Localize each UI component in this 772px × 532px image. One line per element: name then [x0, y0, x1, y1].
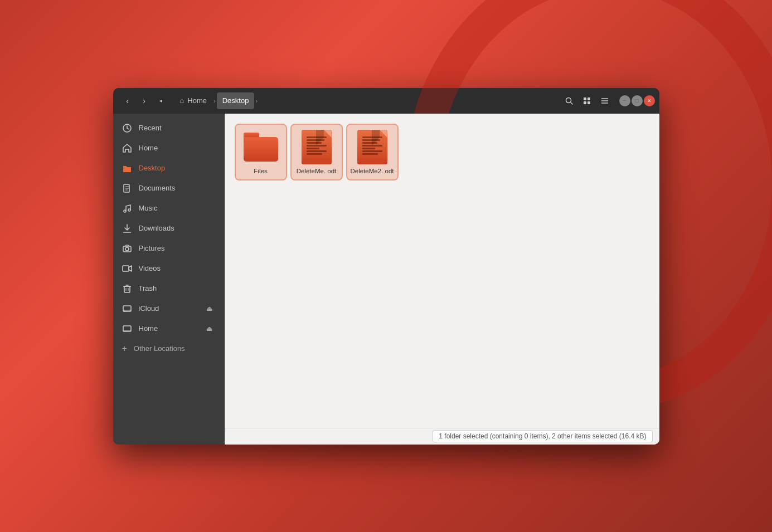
file-item-deleteme1[interactable]: DeleteMe. odt	[292, 125, 342, 180]
menu-button[interactable]	[597, 93, 613, 109]
sidebar-add-location[interactable]: + Other Locations	[113, 339, 224, 359]
add-icon: +	[122, 344, 127, 354]
breadcrumb-current[interactable]: Desktop	[217, 92, 255, 109]
maximize-button[interactable]: □	[632, 95, 643, 106]
sidebar-item-recent-label: Recent	[139, 124, 162, 132]
sidebar-item-videos[interactable]: Videos	[113, 258, 224, 279]
sidebar-item-pictures-label: Pictures	[139, 244, 165, 252]
odt-line	[362, 145, 382, 147]
breadcrumb-home[interactable]: ⌂ Home	[174, 92, 213, 109]
sidebar-item-music[interactable]: Music	[113, 198, 224, 218]
search-button[interactable]	[561, 93, 577, 109]
odt-line	[362, 139, 380, 141]
odt-line	[307, 136, 327, 138]
svg-point-16	[124, 210, 126, 212]
main-content: Files	[225, 114, 659, 445]
odt-line	[307, 150, 327, 152]
folder-shape	[244, 133, 278, 162]
breadcrumb-current-label: Desktop	[222, 96, 249, 105]
sidebar-item-downloads[interactable]: Downloads	[113, 218, 224, 238]
odt-line	[362, 142, 377, 144]
titlebar: ‹ › ◂ ⌂ Home › Desktop ›	[113, 88, 659, 114]
svg-line-11	[127, 128, 129, 129]
forward-button[interactable]: ›	[137, 93, 152, 109]
svg-point-33	[126, 331, 127, 332]
file-manager-window: ‹ › ◂ ⌂ Home › Desktop ›	[113, 88, 659, 445]
view-options-icon	[583, 97, 591, 105]
odt-line	[362, 150, 382, 152]
svg-point-28	[124, 311, 125, 312]
sidebar-item-music-label: Music	[139, 204, 158, 212]
odt-lines-2	[361, 134, 384, 160]
odt-line	[362, 148, 375, 149]
breadcrumb: ⌂ Home › Desktop ›	[174, 92, 259, 109]
drive2-icon	[122, 324, 132, 334]
titlebar-actions	[561, 93, 613, 109]
folder-icon-files	[243, 129, 279, 165]
svg-rect-4	[584, 101, 586, 104]
camera-icon	[122, 243, 132, 253]
svg-point-32	[124, 331, 125, 332]
view-options-button[interactable]	[579, 93, 595, 109]
sidebar-item-icloud-label: iCloud	[139, 304, 159, 313]
minimize-button[interactable]: −	[619, 95, 630, 106]
svg-rect-5	[588, 101, 590, 104]
window-controls: − □ ✕	[619, 95, 655, 106]
statusbar: 1 folder selected (containing 0 items), …	[225, 428, 659, 445]
svg-line-1	[570, 102, 572, 104]
drive-icon	[122, 304, 132, 314]
odt-icon-deleteme2	[355, 129, 390, 165]
odt-line	[307, 145, 327, 147]
back-button[interactable]: ‹	[120, 93, 135, 109]
odt-shape-2	[357, 130, 387, 164]
odt-line	[307, 142, 322, 144]
home-icon: ⌂	[180, 96, 184, 105]
close-button[interactable]: ✕	[644, 95, 655, 106]
sidebar-item-desktop[interactable]: Desktop	[113, 158, 224, 178]
nav-buttons: ‹ › ◂	[120, 93, 169, 109]
sidebar-item-desktop-label: Desktop	[139, 164, 166, 172]
sidebar-item-home-drive[interactable]: Home ⏏	[113, 319, 224, 339]
hamburger-icon	[601, 97, 609, 105]
odt-shape-1	[302, 130, 332, 164]
sidebar-item-documents-label: Documents	[139, 184, 176, 192]
file-label-deleteme1: DeleteMe. odt	[297, 167, 337, 175]
odt-icon-deleteme1	[299, 129, 334, 165]
file-label-files: Files	[254, 167, 267, 175]
trash-icon	[122, 284, 132, 294]
up-button[interactable]: ◂	[153, 93, 169, 109]
file-label-deleteme2: DeleteMe2. odt	[351, 167, 394, 175]
sidebar-item-recent[interactable]: Recent	[113, 118, 224, 138]
odt-line	[307, 148, 319, 149]
home-icon	[122, 143, 132, 153]
sidebar-item-home-drive-label: Home	[139, 324, 158, 333]
download-icon	[122, 223, 132, 233]
odt-line	[362, 136, 382, 138]
home-drive-eject-button[interactable]: ⏏	[204, 323, 215, 334]
close-icon: ✕	[647, 98, 652, 104]
sidebar-item-home-label: Home	[139, 144, 158, 152]
folder-body	[244, 137, 278, 162]
svg-rect-22	[124, 286, 130, 292]
document-icon	[122, 183, 132, 193]
svg-rect-21	[123, 266, 129, 271]
odt-line	[307, 139, 324, 141]
file-item-files-folder[interactable]: Files	[236, 125, 286, 180]
minimize-icon: −	[623, 97, 627, 104]
content-area: Recent Home Desktop	[113, 114, 659, 445]
sidebar-item-trash[interactable]: Trash	[113, 279, 224, 299]
sidebar-item-documents[interactable]: Documents	[113, 178, 224, 198]
clock-icon	[122, 123, 132, 133]
odt-lines-1	[305, 134, 328, 160]
sidebar-item-home[interactable]: Home	[113, 138, 224, 158]
sidebar-item-icloud[interactable]: iCloud ⏏	[113, 299, 224, 319]
status-text: 1 folder selected (containing 0 items), …	[433, 430, 652, 442]
file-item-deleteme2[interactable]: DeleteMe2. odt	[347, 125, 397, 180]
breadcrumb-separator: ›	[213, 97, 216, 104]
odt-line	[307, 153, 323, 155]
breadcrumb-home-label: Home	[187, 96, 207, 105]
sidebar-item-pictures[interactable]: Pictures	[113, 238, 224, 258]
icloud-eject-button[interactable]: ⏏	[204, 303, 215, 314]
folder-open-icon	[122, 163, 132, 173]
other-locations-label: Other Locations	[134, 344, 185, 353]
